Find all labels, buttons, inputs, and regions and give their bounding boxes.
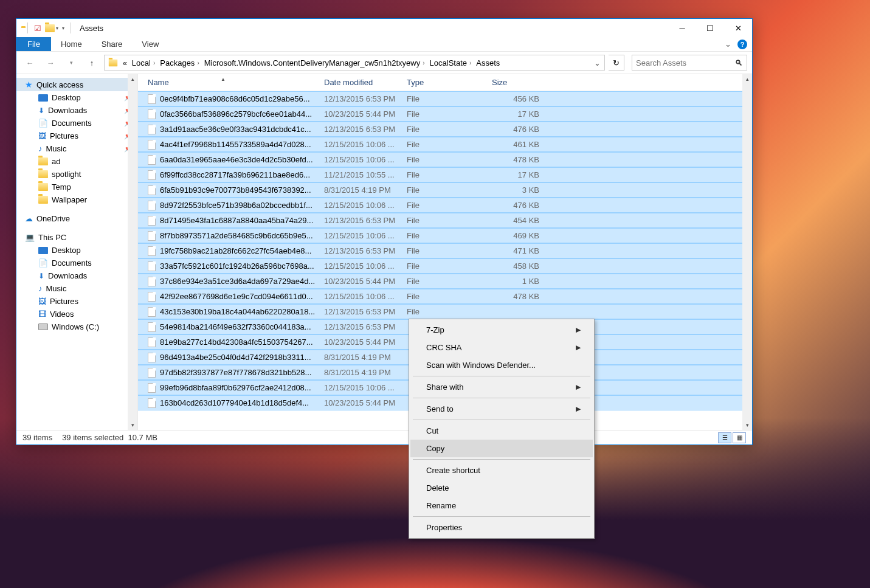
file-row[interactable]: 33a57fc5921c601fc1924b26a596bc7698a...12… <box>138 258 752 274</box>
onedrive-icon: ☁ <box>25 214 33 223</box>
scroll-down-icon[interactable]: ▾ <box>742 420 752 430</box>
context-menu-item-send-to[interactable]: Send to▶ <box>410 400 593 418</box>
sidebar-item-downloads[interactable]: ⬇Downloads📌 <box>16 104 137 117</box>
scroll-up-icon[interactable]: ▴ <box>742 74 752 84</box>
folder-dropdown-icon[interactable]: ▾ <box>45 24 58 32</box>
sidebar-item-label: Desktop <box>52 93 81 102</box>
up-button[interactable]: ↑ <box>83 54 100 71</box>
sidebar-item-videos[interactable]: 🎞Videos <box>16 308 137 320</box>
file-icon <box>148 383 160 393</box>
column-header-name[interactable]: Name▲ <box>148 78 324 87</box>
view-thumbnails-button[interactable]: ▦ <box>733 432 746 443</box>
file-type: File <box>407 201 492 210</box>
context-menu-item-copy[interactable]: Copy <box>410 440 593 457</box>
file-row[interactable]: 6fa5b91b93c9e700773b849543f6738392...8/3… <box>138 182 752 198</box>
ribbon-tab-file[interactable]: File <box>16 37 51 51</box>
sidebar-item-wallpaper[interactable]: Wallpaper <box>16 193 137 206</box>
sidebar-item-pictures[interactable]: 🖼Pictures <box>16 295 137 308</box>
sidebar-item-windows-c-[interactable]: Windows (C:) <box>16 320 137 333</box>
sidebar-item-documents[interactable]: 📄Documents📌 <box>16 117 137 130</box>
scroll-down-icon[interactable]: ▾ <box>128 420 137 430</box>
context-menu-item-create-shortcut[interactable]: Create shortcut <box>410 462 593 479</box>
file-type: File <box>407 246 492 255</box>
file-row[interactable]: 6f99ffcd38cc28717fa39b696211bae8ed6...11… <box>138 167 752 182</box>
file-row[interactable]: 0fac3566baf536896c2579bcfc6ee01ab44...10… <box>138 106 752 122</box>
sidebar-item-documents[interactable]: 📄Documents <box>16 257 137 269</box>
file-row[interactable]: 37c86e934e3a51ce3d6a4da697a729ae4d...10/… <box>138 274 752 289</box>
column-header-type[interactable]: Type <box>407 78 492 87</box>
file-row[interactable]: 8d71495e43fa1c6887a8840aa45ba74a29...12/… <box>138 213 752 228</box>
search-icon[interactable]: 🔍︎ <box>735 58 743 67</box>
context-menu-item-share-with[interactable]: Share with▶ <box>410 378 593 396</box>
close-button[interactable]: ✕ <box>724 19 752 37</box>
checkbox-icon[interactable]: ☑ <box>34 24 41 33</box>
file-icon <box>148 201 160 210</box>
scroll-up-icon[interactable]: ▴ <box>128 74 137 84</box>
search-input[interactable]: Search Assets 🔍︎ <box>632 55 747 71</box>
view-details-button[interactable]: ☰ <box>718 432 731 443</box>
file-row[interactable]: 6aa0da31e965aae46e3c3de4d2c5b30efd...12/… <box>138 152 752 167</box>
sidebar-item-pictures[interactable]: 🖼Pictures📌 <box>16 130 137 142</box>
breadcrumb-prefix[interactable]: « <box>106 58 129 67</box>
qat-overflow-icon[interactable]: ▾ <box>62 26 64 31</box>
file-icon <box>148 307 160 317</box>
sidebar-quick-access[interactable]: ★ Quick access <box>16 78 137 91</box>
breadcrumb-seg-4[interactable]: Assets <box>474 58 502 67</box>
sidebar-this-pc[interactable]: 💻 This PC <box>16 231 137 244</box>
column-header-date[interactable]: Date modified <box>324 78 407 87</box>
context-menu[interactable]: 7-Zip▶CRC SHA▶Scan with Windows Defender… <box>409 319 595 539</box>
sidebar-item-desktop[interactable]: Desktop📌 <box>16 91 137 104</box>
file-size: 461 KB <box>492 140 539 149</box>
ribbon-tab-share[interactable]: Share <box>92 37 133 51</box>
sidebar-item-music[interactable]: ♪Music <box>16 282 137 295</box>
file-row[interactable]: 43c153e30b19ba18c4a044ab6220280a18...12/… <box>138 304 752 319</box>
file-row[interactable]: 4ac4f1ef79968b11455733589a4d47d028...12/… <box>138 137 752 152</box>
minimize-button[interactable]: ─ <box>668 19 696 37</box>
address-dropdown-icon[interactable]: ⌄ <box>591 58 603 67</box>
sidebar-scrollbar[interactable]: ▴ ▾ <box>128 74 137 430</box>
ribbon-collapse-icon[interactable]: ⌄ <box>725 40 731 49</box>
sidebar-onedrive[interactable]: ☁ OneDrive <box>16 212 137 225</box>
maximize-button[interactable]: ☐ <box>696 19 724 37</box>
context-menu-item-rename[interactable]: Rename <box>410 497 593 514</box>
file-row[interactable]: 42f92ee8677698d6e1e9c7cd094e6611d0...12/… <box>138 289 752 304</box>
refresh-button[interactable]: ↻ <box>609 55 624 71</box>
file-date: 12/13/2015 6:53 PM <box>324 246 407 255</box>
forward-button[interactable]: → <box>42 54 59 71</box>
file-name: 42f92ee8677698d6e1e9c7cd094e6611d0... <box>160 292 324 301</box>
file-row[interactable]: 3a1d91aac5e36c9e0f33ac9431dcbdc41c...12/… <box>138 122 752 137</box>
sidebar-item-temp[interactable]: Temp <box>16 181 137 193</box>
back-button[interactable]: ← <box>21 54 38 71</box>
breadcrumb-seg-1[interactable]: Packages› <box>157 58 201 67</box>
sidebar-item-desktop[interactable]: Desktop <box>16 244 137 257</box>
file-icon <box>148 155 160 165</box>
sidebar-item-downloads[interactable]: ⬇Downloads <box>16 269 137 282</box>
address-bar[interactable]: « Local› Packages› Microsoft.Windows.Con… <box>104 55 605 71</box>
breadcrumb-seg-2[interactable]: Microsoft.Windows.ContentDeliveryManager… <box>202 58 427 67</box>
sidebar-item-ad[interactable]: ad <box>16 155 137 168</box>
context-menu-item-cut[interactable]: Cut <box>410 422 593 440</box>
context-menu-item-crc-sha[interactable]: CRC SHA▶ <box>410 339 593 356</box>
context-menu-item-properties[interactable]: Properties <box>410 519 593 536</box>
sidebar-item-music[interactable]: ♪Music📌 <box>16 142 137 155</box>
recent-locations-button[interactable]: ▾ <box>63 54 80 71</box>
help-icon[interactable]: ? <box>737 40 747 49</box>
ribbon-tab-view[interactable]: View <box>132 37 168 51</box>
file-scrollbar[interactable]: ▴ ▾ <box>742 74 752 430</box>
navbar: ← → ▾ ↑ « Local› Packages› Microsoft.Win… <box>16 52 752 74</box>
context-menu-item-scan-with-windows-defender-[interactable]: Scan with Windows Defender... <box>410 356 593 374</box>
breadcrumb-seg-0[interactable]: Local› <box>129 58 157 67</box>
titlebar[interactable]: ☑ ▾ ▾ Assets ─ ☐ ✕ <box>16 19 752 37</box>
file-row[interactable]: 19fc758b9ac21ab28fc662c27fc54aeb4e8...12… <box>138 243 752 258</box>
context-menu-item-delete[interactable]: Delete <box>410 479 593 497</box>
breadcrumb-seg-3[interactable]: LocalState› <box>427 58 474 67</box>
file-row[interactable]: 8f7bb8973571a2de584685c9b6dc65b9e5...12/… <box>138 228 752 243</box>
sidebar-item-label: Videos <box>50 310 74 319</box>
column-header-size[interactable]: Size <box>492 78 540 87</box>
file-row[interactable]: 8d972f2553bfce571b398b6a02bccedbb1f...12… <box>138 198 752 213</box>
file-row[interactable]: 0ec9f4bfb71ea908c68d6c05d1c29abe56...12/… <box>138 91 752 106</box>
sidebar-item-spotlight[interactable]: spotlight <box>16 168 137 181</box>
context-menu-item-7-zip[interactable]: 7-Zip▶ <box>410 321 593 339</box>
ribbon-tab-home[interactable]: Home <box>51 37 92 51</box>
file-type: File <box>407 109 492 119</box>
